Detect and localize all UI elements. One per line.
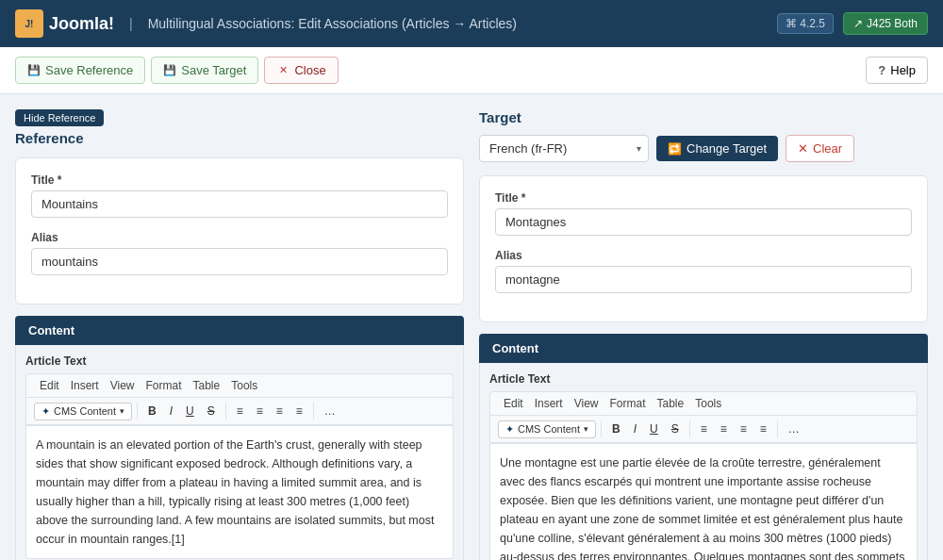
save-reference-button[interactable]: 💾 Save Reference [15, 57, 145, 84]
tgt-cms-dropdown-icon: ▾ [584, 424, 588, 434]
ref-strike-btn[interactable]: S [202, 402, 221, 420]
tgt-menu-tools[interactable]: Tools [689, 395, 727, 412]
clear-icon: ✕ [798, 141, 808, 156]
target-alias-group: Alias [495, 249, 912, 293]
tgt-italic-btn[interactable]: I [628, 420, 642, 438]
ref-menu-format[interactable]: Format [141, 377, 188, 394]
reference-alias-label: Alias [31, 231, 448, 244]
tgt-menu-format[interactable]: Format [604, 395, 652, 412]
reference-title: Reference [15, 130, 464, 146]
target-content-header: Content [479, 334, 928, 363]
navbar-left: J! Joomla! | Multilingual Associations: … [15, 9, 517, 38]
ref-cms-dropdown-icon: ▾ [120, 406, 124, 416]
hide-reference-button[interactable]: Hide Reference [15, 109, 104, 126]
save-reference-label: Save Reference [45, 63, 133, 77]
ref-separator-1 [137, 403, 138, 420]
target-alias-label: Alias [495, 249, 912, 262]
ref-more-btn[interactable]: … [319, 402, 341, 420]
ref-cms-label: CMS Content [54, 405, 116, 417]
reference-title-group: Title * [31, 173, 448, 218]
toolbar: 💾 Save Reference 💾 Save Target ✕ Close ?… [0, 47, 943, 94]
main-content: Hide Reference Reference Title * Alias C… [0, 94, 943, 560]
reference-content-body: Article Text Edit Insert View Format Tab… [15, 345, 464, 560]
reference-content-header: Content [15, 316, 464, 345]
close-button[interactable]: ✕ Close [264, 57, 338, 84]
ref-underline-btn[interactable]: U [180, 402, 200, 420]
reference-title-label-text: Title * [31, 173, 61, 187]
target-controls: French (fr-FR) ▾ 🔁 Change Target ✕ Clear [479, 135, 928, 162]
tgt-align-right-btn[interactable]: ≡ [735, 420, 753, 438]
target-language-select[interactable]: French (fr-FR) [479, 135, 649, 162]
ref-menu-insert[interactable]: Insert [65, 377, 105, 394]
target-article-text-label: Article Text [489, 372, 918, 386]
ref-menu-edit[interactable]: Edit [34, 377, 65, 394]
target-section-title: Target [479, 109, 928, 125]
ref-align-left-btn[interactable]: ≡ [231, 402, 249, 420]
version-badge: ⌘ 4.2.5 [777, 13, 834, 34]
reference-editor-content[interactable]: A mountain is an elevated portion of the… [25, 426, 454, 559]
tgt-separator-1 [601, 420, 602, 437]
tgt-strike-btn[interactable]: S [666, 420, 685, 438]
reference-column: Hide Reference Reference Title * Alias C… [15, 109, 464, 560]
ref-align-right-btn[interactable]: ≡ [271, 402, 289, 420]
target-title-group: Title * [495, 191, 912, 236]
change-target-label: Change Target [687, 141, 767, 156]
tgt-menu-view[interactable]: View [569, 395, 604, 412]
navbar-right: ⌘ 4.2.5 ↗ J425 Both [777, 12, 928, 35]
close-icon: ✕ [276, 64, 290, 77]
tgt-align-justify-btn[interactable]: ≡ [754, 420, 772, 438]
save-target-button[interactable]: 💾 Save Target [151, 57, 258, 84]
target-editor-menubar: Edit Insert View Format Table Tools [490, 392, 917, 416]
account-button[interactable]: ↗ J425 Both [843, 12, 928, 35]
help-label: Help [890, 63, 916, 77]
reference-article-text-label: Article Text [25, 354, 454, 368]
save-target-label: Save Target [181, 63, 246, 77]
ref-menu-tools[interactable]: Tools [225, 377, 263, 394]
target-editor-content[interactable]: Une montagne est une partie élevée de la… [489, 444, 918, 560]
navbar-title: Multilingual Associations: Edit Associat… [148, 16, 517, 31]
ref-cms-content-btn[interactable]: ✦ CMS Content ▾ [34, 403, 132, 420]
ref-align-center-btn[interactable]: ≡ [251, 402, 269, 420]
tgt-align-center-btn[interactable]: ≡ [715, 420, 733, 438]
external-link-icon: ↗ [853, 17, 863, 30]
tgt-underline-btn[interactable]: U [644, 420, 664, 438]
tgt-cms-content-btn[interactable]: ✦ CMS Content ▾ [498, 420, 596, 438]
tgt-cms-label: CMS Content [518, 423, 580, 435]
target-editor-toolbar: Edit Insert View Format Table Tools ✦ CM… [489, 391, 918, 444]
joomla-logo-text: Joomla! [49, 14, 114, 34]
target-editor-btnbar: ✦ CMS Content ▾ B I U S ≡ ≡ ≡ ≡ [490, 416, 917, 443]
tgt-menu-insert[interactable]: Insert [529, 395, 569, 412]
change-target-button[interactable]: 🔁 Change Target [656, 136, 778, 161]
reference-header-bar: Hide Reference [15, 109, 464, 126]
ref-separator-3 [313, 403, 314, 420]
clear-label: Clear [813, 141, 842, 156]
clear-button[interactable]: ✕ Clear [786, 135, 854, 162]
ref-align-justify-btn[interactable]: ≡ [290, 402, 308, 420]
toolbar-left: 💾 Save Reference 💾 Save Target ✕ Close [15, 57, 339, 84]
ref-menu-view[interactable]: View [105, 377, 141, 394]
reference-title-input[interactable] [31, 190, 448, 218]
target-alias-input[interactable] [495, 266, 912, 293]
tgt-align-left-btn[interactable]: ≡ [695, 420, 713, 438]
reference-alias-input[interactable] [31, 248, 448, 275]
joomla-logo: J! Joomla! [15, 9, 114, 38]
tgt-menu-table[interactable]: Table [652, 395, 690, 412]
change-target-icon: 🔁 [668, 142, 682, 156]
reference-editor-toolbar: Edit Insert View Format Table Tools ✦ CM… [25, 373, 454, 426]
tgt-more-btn[interactable]: … [783, 420, 805, 438]
help-icon: ? [878, 63, 885, 77]
target-title-input[interactable] [495, 208, 912, 236]
ref-italic-btn[interactable]: I [164, 402, 178, 420]
save-icon: 💾 [27, 64, 41, 77]
ref-bold-btn[interactable]: B [142, 402, 162, 420]
reference-editor-menubar: Edit Insert View Format Table Tools [26, 374, 453, 398]
ref-menu-table[interactable]: Table [188, 377, 226, 394]
help-button[interactable]: ? Help [866, 57, 928, 84]
tgt-menu-edit[interactable]: Edit [498, 395, 529, 412]
ref-joomla-icon: ✦ [41, 405, 50, 418]
target-content-body: Article Text Edit Insert View Format Tab… [479, 363, 928, 560]
ref-separator-2 [225, 403, 226, 420]
tgt-separator-3 [777, 420, 778, 437]
save-target-icon: 💾 [163, 64, 176, 77]
tgt-bold-btn[interactable]: B [606, 420, 626, 438]
